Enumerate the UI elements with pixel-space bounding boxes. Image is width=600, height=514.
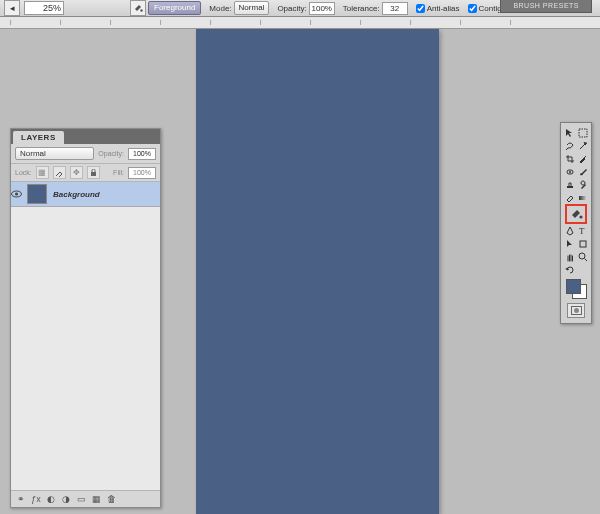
layers-panel: LAYERS Normal Opacity: 100% Lock: ▦ ✥ Fi…	[10, 128, 161, 508]
document-canvas[interactable]	[196, 29, 439, 514]
layers-panel-footer: ⚭ ƒx ◐ ◑ ▭ ▦ 🗑	[11, 490, 160, 507]
antialias-label: Anti-alias	[427, 4, 460, 13]
eyedropper-tool-icon[interactable]	[576, 152, 589, 165]
svg-point-13	[574, 308, 579, 313]
layer-name[interactable]: Background	[47, 190, 160, 199]
healing-brush-tool-icon[interactable]	[563, 165, 576, 178]
layer-group-icon[interactable]: ▭	[75, 493, 87, 505]
layer-fill-field[interactable]: 100%	[128, 167, 156, 179]
antialias-checkbox[interactable]	[416, 4, 425, 13]
lock-transparent-icon[interactable]: ▦	[36, 166, 49, 179]
fill-source-select[interactable]: Foreground	[148, 1, 201, 15]
lock-label: Lock:	[15, 169, 32, 176]
svg-point-8	[579, 215, 582, 218]
new-layer-icon[interactable]: ▦	[90, 493, 102, 505]
paint-bucket-icon	[130, 0, 146, 16]
lasso-tool-icon[interactable]	[563, 139, 576, 152]
brush-tool-icon[interactable]	[576, 165, 589, 178]
svg-point-0	[140, 9, 142, 11]
layer-opacity-label: Opacity:	[98, 150, 124, 157]
paint-bucket-tool[interactable]	[565, 204, 587, 224]
mode-label: Mode:	[209, 4, 231, 13]
layer-thumbnail[interactable]	[27, 184, 47, 204]
lock-pixels-icon[interactable]	[53, 166, 66, 179]
tolerance-label: Tolerance:	[343, 4, 380, 13]
crop-tool-icon[interactable]	[563, 152, 576, 165]
svg-rect-7	[579, 196, 587, 200]
color-swatches[interactable]	[564, 279, 588, 299]
svg-point-3	[15, 193, 18, 196]
layer-blend-mode-select[interactable]: Normal	[15, 147, 94, 160]
move-tool-icon[interactable]	[563, 126, 576, 139]
layer-row[interactable]: Background	[11, 182, 160, 207]
zoom-tool-icon[interactable]	[576, 250, 589, 263]
quick-mask-toggle[interactable]	[567, 303, 585, 318]
visibility-toggle-icon[interactable]	[11, 190, 27, 198]
toolbox: T	[560, 122, 592, 324]
layers-list: Background	[11, 182, 160, 490]
svg-text:T: T	[579, 226, 585, 236]
link-layers-icon[interactable]: ⚭	[15, 493, 27, 505]
gradient-tool-icon[interactable]	[576, 191, 589, 204]
svg-rect-6	[567, 186, 573, 188]
clone-stamp-tool-icon[interactable]	[563, 178, 576, 191]
tolerance-field[interactable]: 32	[382, 2, 408, 15]
delete-layer-icon[interactable]: 🗑	[105, 493, 117, 505]
svg-rect-10	[580, 241, 586, 247]
layer-mask-icon[interactable]: ◐	[45, 493, 57, 505]
opacity-label: Opacity:	[277, 4, 306, 13]
lock-position-icon[interactable]: ✥	[70, 166, 83, 179]
marquee-tool-icon[interactable]	[576, 126, 589, 139]
brush-presets-tab[interactable]: BRUSH PRESETS	[500, 0, 592, 13]
path-selection-tool-icon[interactable]	[563, 237, 576, 250]
layer-fill-label: Fill:	[113, 169, 124, 176]
magic-wand-tool-icon[interactable]	[576, 139, 589, 152]
svg-point-11	[579, 253, 585, 259]
layers-panel-tabs: LAYERS	[11, 129, 160, 144]
eraser-tool-icon[interactable]	[563, 191, 576, 204]
foreground-color-swatch[interactable]	[566, 279, 581, 294]
layer-opacity-field[interactable]: 100%	[128, 148, 156, 160]
contiguous-checkbox[interactable]	[468, 4, 477, 13]
horizontal-ruler: ||| ||| ||| ||	[0, 17, 600, 29]
blend-mode-select[interactable]: Normal	[234, 1, 270, 15]
opacity-field[interactable]: 100%	[309, 2, 335, 15]
pen-tool-icon[interactable]	[563, 224, 576, 237]
spacer	[576, 263, 589, 276]
history-back-icon[interactable]: ◂	[4, 0, 20, 16]
hand-tool-icon[interactable]	[563, 250, 576, 263]
shape-tool-icon[interactable]	[576, 237, 589, 250]
type-tool-icon[interactable]: T	[576, 224, 589, 237]
svg-rect-1	[91, 172, 96, 176]
rotate-view-tool-icon[interactable]	[563, 263, 576, 276]
history-brush-tool-icon[interactable]	[576, 178, 589, 191]
zoom-field[interactable]: 25%	[24, 1, 64, 15]
lock-all-icon[interactable]	[87, 166, 100, 179]
svg-rect-4	[579, 129, 587, 137]
layer-fx-icon[interactable]: ƒx	[30, 493, 42, 505]
adjustment-layer-icon[interactable]: ◑	[60, 493, 72, 505]
layers-tab[interactable]: LAYERS	[13, 131, 64, 144]
